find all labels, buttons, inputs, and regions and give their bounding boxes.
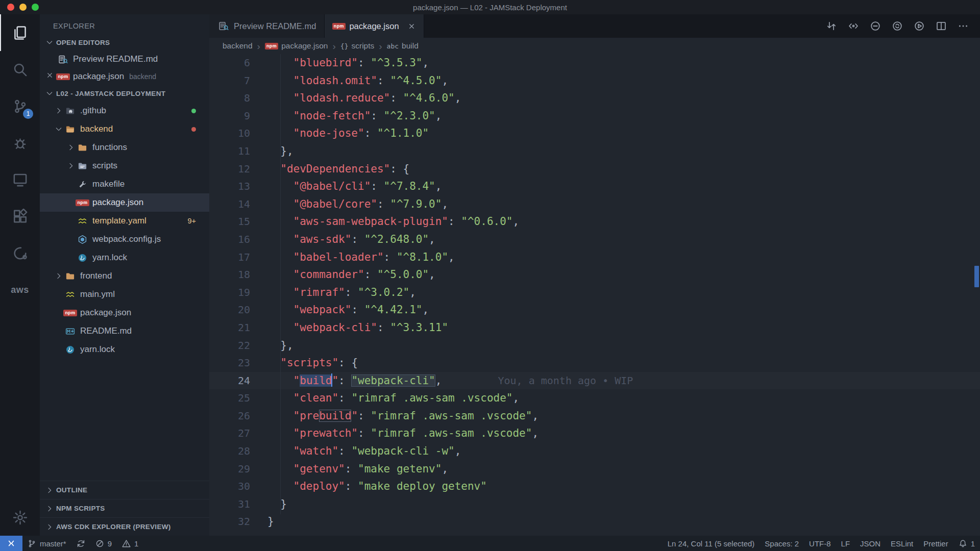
editor-action-split-editor[interactable] — [930, 14, 952, 38]
close-window-button[interactable] — [7, 4, 14, 11]
status-eslint[interactable]: ESLint — [886, 536, 918, 551]
code-line-13[interactable]: 13 "@babel/cli": "^7.8.4", — [209, 178, 980, 195]
status-language-mode[interactable]: JSON — [855, 536, 886, 551]
activity-item-extensions[interactable] — [0, 198, 40, 235]
breadcrumb-package-json[interactable]: npmpackage.json — [265, 41, 328, 51]
code-line-25[interactable]: 25 "clean": "rimraf .aws-sam .vscode", — [209, 389, 980, 407]
status-prettier[interactable]: Prettier — [918, 536, 953, 551]
activity-item-debug[interactable] — [0, 124, 40, 161]
code-line-26[interactable]: 26 "prebuild": "rimraf .aws-sam .vscode"… — [209, 407, 980, 425]
code-line-9[interactable]: 9 "node-fetch": "^2.3.0", — [209, 107, 980, 125]
code-token: "make getenv" — [358, 463, 442, 475]
editor-action-circle-sync[interactable] — [886, 14, 908, 38]
tree-item-makefile[interactable]: makefile — [40, 175, 209, 193]
code-line-18[interactable]: 18 "commander": "^5.0.0", — [209, 266, 980, 284]
tree-item-backend[interactable]: backend — [40, 120, 209, 138]
activity-item-live-share[interactable] — [0, 235, 40, 271]
status-git-branch[interactable]: master* — [22, 536, 71, 551]
code-line-28[interactable]: 28 "watch": "webpack-cli -w", — [209, 442, 980, 460]
code-line-14[interactable]: 14 "@babel/core": "^7.9.0", — [209, 195, 980, 213]
tree-item-functions[interactable]: functions — [40, 138, 209, 157]
close-editor-icon[interactable] — [46, 71, 57, 82]
status-errors[interactable]: 9 — [90, 536, 117, 551]
close-tab-icon[interactable] — [408, 22, 415, 30]
tree-item-yarn-lock[interactable]: yarn.lock — [40, 248, 209, 267]
tree-item-frontend[interactable]: frontend — [40, 267, 209, 285]
npm-icon: npm — [77, 199, 88, 206]
tree-item-readme-md[interactable]: README.md — [40, 322, 209, 340]
overview-ruler[interactable] — [973, 54, 980, 536]
code-line-7[interactable]: 7 "lodash.omit": "^4.5.0", — [209, 72, 980, 90]
code-token: "^8.1.0" — [397, 251, 448, 263]
minimize-window-button[interactable] — [19, 4, 27, 11]
activity-item-source-control[interactable]: 1 — [0, 88, 40, 124]
activity-item-settings-gear[interactable] — [0, 499, 40, 536]
editor-action-run[interactable] — [908, 14, 930, 38]
editor-action-more-actions[interactable] — [952, 14, 974, 38]
maximize-window-button[interactable] — [32, 4, 39, 11]
breadcrumb-scripts[interactable]: {}scripts — [340, 41, 374, 51]
tree-item-yarn-lock[interactable]: yarn.lock — [40, 340, 209, 359]
tab-preview-readme-md[interactable]: Preview README.md — [209, 14, 325, 38]
code-line-10[interactable]: 10 "node-jose": "^1.1.0" — [209, 124, 980, 142]
section-header-label: AWS CDK EXPLORER (PREVIEW) — [56, 523, 171, 531]
status-label: 9 — [108, 539, 112, 548]
section-header-npm-scripts[interactable]: NPM SCRIPTS — [40, 499, 209, 517]
code-line-20[interactable]: 20 "webpack": "^4.42.1", — [209, 301, 980, 319]
code-line-32[interactable]: 32} — [209, 513, 980, 531]
code-line-19[interactable]: 19 "rimraf": "^3.0.2", — [209, 284, 980, 302]
tree-item-scripts[interactable]: scripts — [40, 157, 209, 175]
tab-package-json[interactable]: npmpackage.json — [325, 14, 424, 38]
code-line-16[interactable]: 16 "aws-sdk": "^2.648.0", — [209, 231, 980, 248]
activity-item-aws[interactable]: aws — [0, 271, 40, 308]
tree-item-label: main.yml — [80, 289, 115, 299]
code-line-31[interactable]: 31 } — [209, 495, 980, 513]
code-line-15[interactable]: 15 "aws-sam-webpack-plugin": "^0.6.0", — [209, 213, 980, 231]
code-line-24[interactable]: 24 "build": "webpack-cli",You, a month a… — [209, 372, 980, 390]
workspace-header[interactable]: L02 - JAMSTACK DEPLOYMENT — [40, 85, 209, 102]
breadcrumb-label: package.json — [281, 41, 328, 51]
status-notifications[interactable]: 1 — [953, 536, 980, 551]
code-line-11[interactable]: 11 }, — [209, 142, 980, 160]
line-number: 7 — [209, 72, 250, 90]
open-editor-item-preview-readme-md[interactable]: Preview README.md — [40, 51, 209, 68]
code-line-22[interactable]: 22 }, — [209, 337, 980, 355]
editor-action-compare-changes[interactable] — [820, 14, 842, 38]
open-editor-item-package-json[interactable]: npmpackage.jsonbackend — [40, 68, 209, 85]
open-editors-header[interactable]: OPEN EDITORS — [40, 34, 209, 51]
code-line-29[interactable]: 29 "getenv": "make getenv", — [209, 460, 980, 478]
status-indentation[interactable]: Spaces: 2 — [760, 536, 804, 551]
code-editor[interactable]: 6 "bluebird": "^3.5.3",7 "lodash.omit": … — [209, 54, 980, 536]
section-header-outline[interactable]: OUTLINE — [40, 481, 209, 499]
section-header-aws-cdk-explorer-preview[interactable]: AWS CDK EXPLORER (PREVIEW) — [40, 517, 209, 536]
tree-item-github[interactable]: .github — [40, 102, 209, 120]
breadcrumb-build[interactable]: abcbuild — [387, 41, 419, 51]
tree-item-package-json[interactable]: npmpackage.json — [40, 193, 209, 212]
activity-item-files[interactable] — [0, 14, 40, 51]
code-line-12[interactable]: 12 "devDependencies": { — [209, 160, 980, 178]
breadcrumb-label: scripts — [351, 41, 374, 51]
status-eol[interactable]: LF — [836, 536, 855, 551]
code-line-6[interactable]: 6 "bluebird": "^3.5.3", — [209, 54, 980, 72]
remote-indicator[interactable] — [0, 536, 22, 551]
tree-item-webpack-config-js[interactable]: webpack.config.js — [40, 230, 209, 248]
code-token: : — [371, 180, 383, 192]
tree-item-main-yml[interactable]: main.yml — [40, 285, 209, 304]
activity-item-search[interactable] — [0, 51, 40, 88]
code-line-23[interactable]: 23 "scripts": { — [209, 354, 980, 372]
code-line-8[interactable]: 8 "lodash.reduce": "^4.6.0", — [209, 89, 980, 107]
code-line-21[interactable]: 21 "webpack-cli": "^3.3.11" — [209, 319, 980, 337]
code-line-27[interactable]: 27 "prewatch": "rimraf .aws-sam .vscode"… — [209, 424, 980, 442]
tree-item-package-json[interactable]: npmpackage.json — [40, 304, 209, 322]
status-warnings[interactable]: 1 — [117, 536, 143, 551]
activity-item-remote-explorer[interactable] — [0, 161, 40, 198]
tree-item-template-yaml[interactable]: template.yaml9+ — [40, 212, 209, 230]
status-encoding[interactable]: UTF-8 — [804, 536, 836, 551]
code-line-17[interactable]: 17 "babel-loader": "^8.1.0", — [209, 248, 980, 266]
editor-action-open-changes[interactable] — [842, 14, 864, 38]
code-line-30[interactable]: 30 "deploy": "make deploy getenv" — [209, 478, 980, 495]
status-cursor-position[interactable]: Ln 24, Col 11 (5 selected) — [663, 536, 760, 551]
breadcrumb-backend[interactable]: backend — [223, 41, 253, 51]
editor-action-circle-dash[interactable] — [864, 14, 886, 38]
status-sync[interactable] — [71, 536, 90, 551]
